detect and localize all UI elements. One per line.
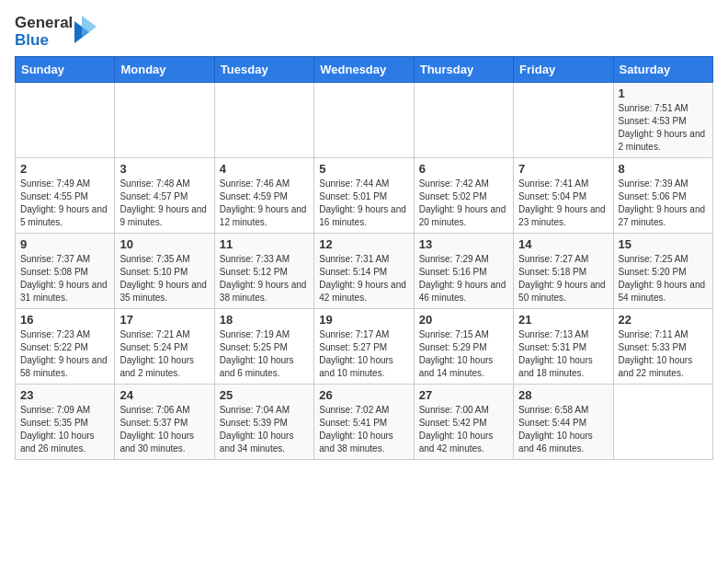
calendar-cell: 26Sunrise: 7:02 AM Sunset: 5:41 PM Dayli… — [314, 385, 414, 460]
day-info: Sunrise: 7:11 AM Sunset: 5:33 PM Dayligh… — [619, 328, 708, 380]
day-info: Sunrise: 7:49 AM Sunset: 4:55 PM Dayligh… — [20, 178, 109, 229]
weekday-header-saturday: Saturday — [613, 57, 712, 83]
day-info: Sunrise: 7:29 AM Sunset: 5:16 PM Dayligh… — [419, 253, 508, 304]
day-number: 21 — [518, 313, 608, 327]
weekday-header-friday: Friday — [514, 57, 613, 83]
calendar-cell: 2Sunrise: 7:49 AM Sunset: 4:55 PM Daylig… — [16, 158, 115, 234]
calendar-cell — [214, 83, 313, 158]
day-number: 25 — [220, 388, 309, 402]
calendar-cell: 21Sunrise: 7:13 AM Sunset: 5:31 PM Dayli… — [514, 309, 613, 385]
day-number: 3 — [119, 162, 209, 176]
calendar-cell: 7Sunrise: 7:41 AM Sunset: 5:04 PM Daylig… — [514, 158, 613, 234]
calendar-cell: 1Sunrise: 7:51 AM Sunset: 4:53 PM Daylig… — [613, 83, 712, 158]
calendar-cell: 27Sunrise: 7:00 AM Sunset: 5:42 PM Dayli… — [414, 385, 513, 460]
calendar-cell: 9Sunrise: 7:37 AM Sunset: 5:08 PM Daylig… — [16, 234, 115, 309]
logo-wordmark: General Blue — [15, 15, 100, 49]
day-number: 17 — [119, 313, 209, 327]
day-number: 26 — [319, 388, 408, 402]
weekday-header-wednesday: Wednesday — [314, 57, 414, 83]
calendar-cell: 23Sunrise: 7:09 AM Sunset: 5:35 PM Dayli… — [16, 385, 115, 460]
day-number: 14 — [518, 237, 608, 251]
svg-marker-1 — [82, 16, 97, 38]
day-info: Sunrise: 7:41 AM Sunset: 5:04 PM Dayligh… — [518, 178, 608, 229]
day-number: 19 — [319, 313, 408, 327]
day-info: Sunrise: 7:00 AM Sunset: 5:42 PM Dayligh… — [419, 404, 508, 455]
day-info: Sunrise: 7:04 AM Sunset: 5:39 PM Dayligh… — [220, 404, 309, 455]
day-info: Sunrise: 7:15 AM Sunset: 5:29 PM Dayligh… — [419, 328, 508, 380]
day-info: Sunrise: 7:31 AM Sunset: 5:14 PM Dayligh… — [319, 253, 408, 304]
day-info: Sunrise: 7:23 AM Sunset: 5:22 PM Dayligh… — [20, 328, 109, 380]
logo-general: General — [15, 15, 73, 32]
day-info: Sunrise: 7:51 AM Sunset: 4:53 PM Dayligh… — [619, 102, 708, 154]
day-info: Sunrise: 7:25 AM Sunset: 5:20 PM Dayligh… — [619, 253, 708, 304]
day-number: 2 — [20, 162, 109, 176]
day-number: 20 — [419, 313, 508, 327]
day-number: 24 — [119, 388, 209, 402]
day-info: Sunrise: 7:37 AM Sunset: 5:08 PM Dayligh… — [20, 253, 109, 304]
calendar-cell: 24Sunrise: 7:06 AM Sunset: 5:37 PM Dayli… — [115, 385, 214, 460]
day-number: 15 — [619, 237, 708, 251]
calendar-cell: 16Sunrise: 7:23 AM Sunset: 5:22 PM Dayli… — [16, 309, 115, 385]
day-info: Sunrise: 7:17 AM Sunset: 5:27 PM Dayligh… — [319, 328, 408, 380]
day-info: Sunrise: 7:09 AM Sunset: 5:35 PM Dayligh… — [20, 404, 109, 455]
calendar-cell: 8Sunrise: 7:39 AM Sunset: 5:06 PM Daylig… — [613, 158, 712, 234]
calendar-cell — [514, 83, 613, 158]
week-row-3: 9Sunrise: 7:37 AM Sunset: 5:08 PM Daylig… — [16, 234, 713, 309]
weekday-header-sunday: Sunday — [16, 57, 115, 83]
calendar-cell: 3Sunrise: 7:48 AM Sunset: 4:57 PM Daylig… — [115, 158, 214, 234]
calendar-cell — [115, 83, 214, 158]
logo: General Blue — [15, 15, 100, 49]
week-row-4: 16Sunrise: 7:23 AM Sunset: 5:22 PM Dayli… — [16, 309, 713, 385]
day-info: Sunrise: 7:44 AM Sunset: 5:01 PM Dayligh… — [319, 178, 408, 229]
calendar-cell: 5Sunrise: 7:44 AM Sunset: 5:01 PM Daylig… — [314, 158, 414, 234]
calendar-cell: 4Sunrise: 7:46 AM Sunset: 4:59 PM Daylig… — [214, 158, 313, 234]
calendar-cell — [16, 83, 115, 158]
calendar-cell: 14Sunrise: 7:27 AM Sunset: 5:18 PM Dayli… — [514, 234, 613, 309]
day-info: Sunrise: 7:35 AM Sunset: 5:10 PM Dayligh… — [119, 253, 209, 304]
logo-blue: Blue — [15, 32, 73, 50]
calendar-cell: 19Sunrise: 7:17 AM Sunset: 5:27 PM Dayli… — [314, 309, 414, 385]
weekday-header-thursday: Thursday — [414, 57, 513, 83]
calendar-cell: 15Sunrise: 7:25 AM Sunset: 5:20 PM Dayli… — [613, 234, 712, 309]
calendar-cell: 25Sunrise: 7:04 AM Sunset: 5:39 PM Dayli… — [214, 385, 313, 460]
day-info: Sunrise: 7:21 AM Sunset: 5:24 PM Dayligh… — [119, 328, 209, 380]
calendar-cell: 17Sunrise: 7:21 AM Sunset: 5:24 PM Dayli… — [115, 309, 214, 385]
day-info: Sunrise: 7:19 AM Sunset: 5:25 PM Dayligh… — [220, 328, 309, 380]
day-number: 11 — [220, 237, 309, 251]
day-number: 28 — [518, 388, 608, 402]
day-number: 1 — [619, 86, 708, 100]
day-number: 22 — [619, 313, 708, 327]
calendar-cell: 28Sunrise: 6:58 AM Sunset: 5:44 PM Dayli… — [514, 385, 613, 460]
day-number: 4 — [220, 162, 309, 176]
day-number: 16 — [20, 313, 109, 327]
day-number: 6 — [419, 162, 508, 176]
week-row-5: 23Sunrise: 7:09 AM Sunset: 5:35 PM Dayli… — [16, 385, 713, 460]
calendar-cell — [314, 83, 414, 158]
day-info: Sunrise: 6:58 AM Sunset: 5:44 PM Dayligh… — [518, 404, 608, 455]
day-info: Sunrise: 7:33 AM Sunset: 5:12 PM Dayligh… — [220, 253, 309, 304]
week-row-1: 1Sunrise: 7:51 AM Sunset: 4:53 PM Daylig… — [16, 83, 713, 158]
week-row-2: 2Sunrise: 7:49 AM Sunset: 4:55 PM Daylig… — [16, 158, 713, 234]
weekday-header-row: SundayMondayTuesdayWednesdayThursdayFrid… — [16, 57, 713, 83]
day-number: 12 — [319, 237, 408, 251]
day-info: Sunrise: 7:39 AM Sunset: 5:06 PM Dayligh… — [619, 178, 708, 229]
day-number: 9 — [20, 237, 109, 251]
calendar-cell: 10Sunrise: 7:35 AM Sunset: 5:10 PM Dayli… — [115, 234, 214, 309]
day-number: 10 — [119, 237, 209, 251]
day-number: 8 — [619, 162, 708, 176]
day-info: Sunrise: 7:06 AM Sunset: 5:37 PM Dayligh… — [119, 404, 209, 455]
day-info: Sunrise: 7:46 AM Sunset: 4:59 PM Dayligh… — [220, 178, 309, 229]
calendar-cell: 11Sunrise: 7:33 AM Sunset: 5:12 PM Dayli… — [214, 234, 313, 309]
day-number: 13 — [419, 237, 508, 251]
logo-chevron-icon — [74, 16, 100, 49]
weekday-header-monday: Monday — [115, 57, 214, 83]
calendar-cell — [613, 385, 712, 460]
day-number: 5 — [319, 162, 408, 176]
calendar-cell: 12Sunrise: 7:31 AM Sunset: 5:14 PM Dayli… — [314, 234, 414, 309]
calendar-cell: 13Sunrise: 7:29 AM Sunset: 5:16 PM Dayli… — [414, 234, 513, 309]
weekday-header-tuesday: Tuesday — [214, 57, 313, 83]
calendar-table: SundayMondayTuesdayWednesdayThursdayFrid… — [15, 56, 713, 460]
day-info: Sunrise: 7:13 AM Sunset: 5:31 PM Dayligh… — [518, 328, 608, 380]
day-info: Sunrise: 7:48 AM Sunset: 4:57 PM Dayligh… — [119, 178, 209, 229]
page-header: General Blue — [15, 15, 713, 49]
